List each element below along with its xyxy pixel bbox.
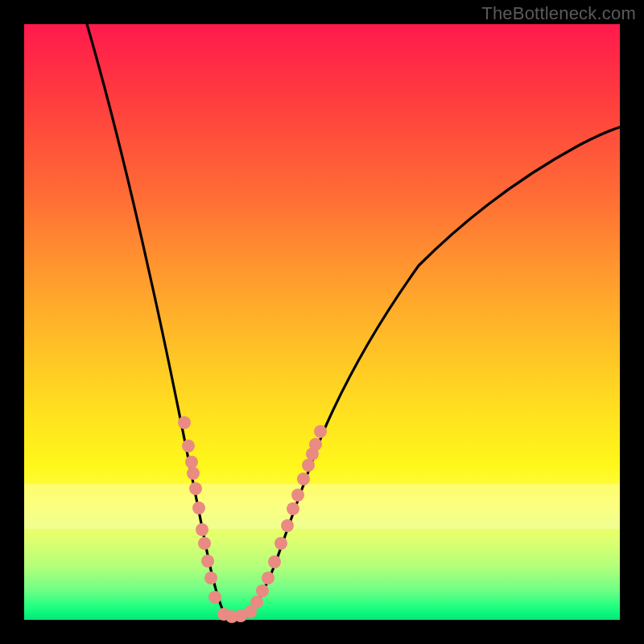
- svg-point-19: [275, 537, 287, 550]
- watermark-text: TheBottleneck.com: [481, 3, 636, 24]
- svg-point-9: [204, 572, 217, 584]
- svg-point-18: [268, 555, 281, 568]
- chart-svg: [24, 24, 620, 620]
- svg-point-6: [196, 523, 208, 536]
- markers-right: [244, 425, 327, 618]
- bottleneck-curve: [87, 24, 620, 618]
- svg-point-2: [185, 456, 198, 469]
- svg-point-24: [302, 459, 315, 472]
- svg-point-5: [192, 502, 205, 514]
- svg-point-1: [182, 440, 195, 452]
- svg-point-22: [291, 489, 304, 502]
- svg-point-17: [262, 572, 275, 584]
- svg-point-26: [309, 438, 322, 451]
- svg-point-10: [208, 591, 221, 604]
- svg-point-23: [297, 473, 310, 485]
- svg-point-20: [281, 519, 294, 532]
- svg-point-3: [187, 467, 200, 480]
- svg-point-21: [287, 502, 299, 515]
- svg-point-15: [250, 596, 263, 609]
- outer-black-frame: TheBottleneck.com: [0, 0, 644, 644]
- svg-point-27: [314, 425, 327, 438]
- svg-point-8: [201, 555, 214, 568]
- svg-point-7: [198, 537, 211, 550]
- markers-left: [178, 416, 247, 623]
- svg-point-4: [189, 482, 202, 495]
- svg-point-16: [256, 584, 269, 597]
- svg-point-0: [178, 416, 191, 429]
